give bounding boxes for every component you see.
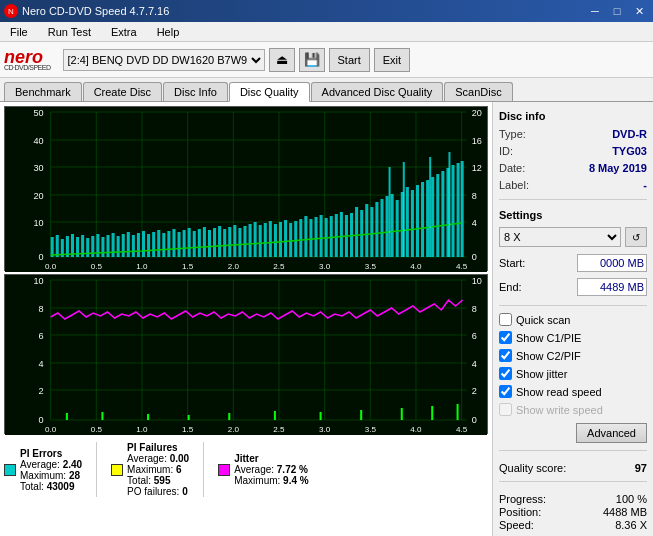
- svg-rect-168: [228, 413, 230, 420]
- svg-rect-119: [457, 163, 460, 257]
- tab-benchmark[interactable]: Benchmark: [4, 82, 82, 101]
- progress-row: Progress: 100 %: [499, 493, 647, 505]
- start-input[interactable]: [577, 254, 647, 272]
- svg-rect-50: [106, 235, 109, 257]
- speed-label: Speed:: [499, 519, 534, 531]
- svg-rect-39: [51, 237, 54, 257]
- svg-text:0.0: 0.0: [45, 262, 57, 271]
- pi-failures-maximum: Maximum: 6: [127, 464, 189, 475]
- right-panel: Disc info Type: DVD-R ID: TYG03 Date: 8 …: [493, 102, 653, 536]
- toolbar: nero CD·DVD/SPEED [2:4] BENQ DVD DD DW16…: [0, 42, 653, 78]
- svg-rect-170: [320, 412, 322, 420]
- eject-icon-button[interactable]: ⏏: [269, 48, 295, 72]
- tab-scandisc[interactable]: ScanDisc: [444, 82, 512, 101]
- disc-info-title: Disc info: [499, 110, 647, 122]
- disc-type-value: DVD-R: [612, 128, 647, 140]
- show-c1-row: Show C1/PIE: [499, 331, 647, 344]
- svg-rect-79: [254, 222, 257, 257]
- svg-rect-166: [147, 414, 149, 420]
- quality-score-label: Quality score:: [499, 462, 566, 474]
- show-c2-label: Show C2/PIF: [516, 350, 581, 362]
- pif-chart-svg: 10 8 6 4 2 0 10 8 6 4 2 0 0.0 0.5 1.0 1.…: [5, 275, 487, 435]
- speed-settings-row: 8 X ↺: [499, 227, 647, 247]
- svg-text:16: 16: [472, 136, 482, 146]
- stats-row: PI Errors Average: 2.40 Maximum: 28 Tota…: [4, 438, 488, 501]
- svg-rect-70: [208, 230, 211, 257]
- advanced-button[interactable]: Advanced: [576, 423, 647, 443]
- menu-file[interactable]: File: [4, 24, 34, 40]
- disc-type-label: Type:: [499, 128, 526, 140]
- svg-rect-61: [162, 233, 165, 257]
- exit-button[interactable]: Exit: [374, 48, 410, 72]
- show-jitter-checkbox[interactable]: [499, 367, 512, 380]
- svg-rect-92: [320, 215, 323, 257]
- maximize-button[interactable]: □: [607, 3, 627, 19]
- svg-text:40: 40: [33, 136, 43, 146]
- show-c2-checkbox[interactable]: [499, 349, 512, 362]
- svg-rect-169: [274, 411, 276, 420]
- svg-rect-76: [238, 228, 241, 257]
- svg-text:20: 20: [33, 191, 43, 201]
- svg-rect-72: [218, 226, 221, 257]
- disc-id-label: ID:: [499, 145, 513, 157]
- svg-text:1.0: 1.0: [136, 425, 148, 434]
- svg-rect-165: [101, 412, 103, 420]
- svg-rect-84: [279, 222, 282, 257]
- tab-advanced-disc-quality[interactable]: Advanced Disc Quality: [311, 82, 444, 101]
- svg-rect-78: [249, 224, 252, 257]
- svg-text:12: 12: [472, 163, 482, 173]
- svg-text:3.0: 3.0: [319, 262, 331, 271]
- svg-rect-63: [172, 229, 175, 257]
- start-button[interactable]: Start: [329, 48, 370, 72]
- progress-value: 100 %: [616, 493, 647, 505]
- svg-rect-95: [335, 214, 338, 257]
- disc-label-label: Label:: [499, 179, 529, 191]
- show-read-speed-checkbox[interactable]: [499, 385, 512, 398]
- show-write-speed-row: Show write speed: [499, 403, 647, 416]
- svg-rect-59: [152, 232, 155, 257]
- svg-rect-94: [330, 216, 333, 257]
- end-input[interactable]: [577, 278, 647, 296]
- svg-text:0.0: 0.0: [45, 425, 57, 434]
- end-row: End:: [499, 278, 647, 296]
- tab-disc-info[interactable]: Disc Info: [163, 82, 228, 101]
- svg-text:0: 0: [472, 252, 477, 262]
- svg-rect-174: [457, 404, 459, 420]
- svg-text:50: 50: [33, 108, 43, 118]
- jitter-values: Jitter Average: 7.72 % Maximum: 9.4 %: [234, 453, 308, 486]
- svg-text:4.0: 4.0: [410, 262, 422, 271]
- menu-extra[interactable]: Extra: [105, 24, 143, 40]
- close-button[interactable]: ✕: [629, 3, 649, 19]
- show-jitter-label: Show jitter: [516, 368, 567, 380]
- title-bar: N Nero CD-DVD Speed 4.7.7.16 ─ □ ✕: [0, 0, 653, 22]
- settings-apply-button[interactable]: ↺: [625, 227, 647, 247]
- jitter-legend: [218, 464, 230, 476]
- menu-run-test[interactable]: Run Test: [42, 24, 97, 40]
- drive-select[interactable]: [2:4] BENQ DVD DD DW1620 B7W9: [63, 49, 265, 71]
- show-c1-checkbox[interactable]: [499, 331, 512, 344]
- save-icon-button[interactable]: 💾: [299, 48, 325, 72]
- pi-failures-label: PI Failures: [127, 442, 189, 453]
- svg-rect-116: [441, 171, 444, 257]
- progress-label: Progress:: [499, 493, 546, 505]
- show-write-speed-checkbox: [499, 403, 512, 416]
- disc-date-label: Date:: [499, 162, 525, 174]
- jitter-average: Average: 7.72 %: [234, 464, 308, 475]
- svg-rect-77: [243, 226, 246, 257]
- svg-text:4: 4: [472, 359, 477, 369]
- tab-create-disc[interactable]: Create Disc: [83, 82, 162, 101]
- svg-rect-55: [132, 235, 135, 257]
- divider-4: [499, 481, 647, 482]
- svg-rect-60: [157, 230, 160, 257]
- tab-disc-quality[interactable]: Disc Quality: [229, 82, 310, 102]
- svg-text:2: 2: [472, 386, 477, 396]
- quality-score-value: 97: [635, 462, 647, 474]
- minimize-button[interactable]: ─: [585, 3, 605, 19]
- svg-text:10: 10: [33, 218, 43, 228]
- quick-scan-checkbox[interactable]: [499, 313, 512, 326]
- svg-text:8: 8: [472, 191, 477, 201]
- speed-select[interactable]: 8 X: [499, 227, 621, 247]
- svg-rect-111: [416, 185, 419, 257]
- menu-help[interactable]: Help: [151, 24, 186, 40]
- svg-text:2: 2: [38, 386, 43, 396]
